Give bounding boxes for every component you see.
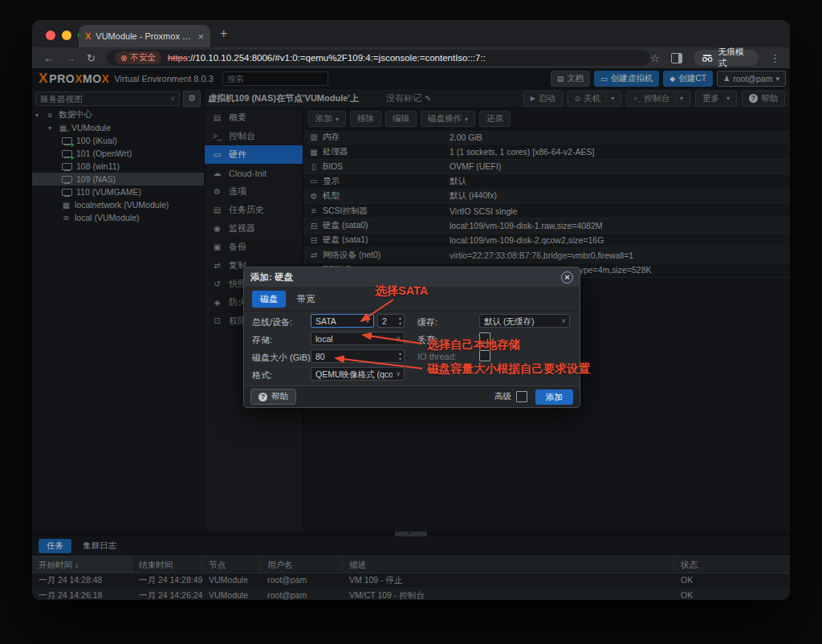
screenshot-stage: X VUModule - Proxmox Virtual × + ← → ↻ ⊗… [0, 0, 822, 644]
vm-stopped-icon [62, 189, 72, 196]
tree-item[interactable]: 100 (iKuai) [32, 134, 204, 147]
proxmox-logo-icon: X [39, 71, 47, 87]
cache-select[interactable]: 默认 (无缓存)∨ [479, 314, 570, 328]
chevron-down-icon: ▾ [775, 75, 779, 83]
browser-window: X VUModule - Proxmox Virtual × + ← → ↻ ⊗… [32, 20, 790, 600]
vm-menu-item[interactable]: ▣ 备份 [205, 238, 303, 256]
hardware-row[interactable]: ⊟ 硬盘 (sata0) local:109/vm-109-disk-1.raw… [303, 218, 790, 233]
edit-tags-icon[interactable]: ✎ [425, 94, 431, 103]
forward-icon[interactable]: → [65, 52, 75, 64]
hardware-row[interactable]: ▯ BIOS OVMF (UEFI) [303, 160, 790, 174]
hardware-toolbar-button[interactable]: 移除 [350, 111, 381, 127]
expand-arrow-icon[interactable]: ▾ [35, 112, 42, 119]
no-tags-label: 没有标记 [386, 92, 421, 104]
column-description[interactable]: 描述 [343, 556, 674, 573]
dialog-help-button[interactable]: ?帮助 [250, 389, 296, 405]
tree-item[interactable]: 108 (win11) [32, 160, 204, 173]
vm-menu-item[interactable]: ▤ 任务历史 [205, 201, 303, 219]
hardware-toolbar-button[interactable]: 编辑 [385, 111, 417, 127]
hardware-toolbar-button[interactable]: 还原 [479, 111, 511, 127]
hardware-row[interactable]: ▥ 内存 2.00 GiB [303, 130, 790, 145]
user-menu-button[interactable]: ♟root@pam▾ [717, 71, 786, 87]
vm-menu-item[interactable]: ▭ 硬件 [205, 145, 303, 164]
hardware-value: 2.00 GiB [450, 132, 482, 142]
browser-menu-icon[interactable]: ⋮ [770, 52, 780, 64]
hardware-row[interactable]: ▦ 处理器 1 (1 sockets, 1 cores) [x86-64-v2-… [303, 145, 790, 159]
expand-arrow-icon[interactable]: ▾ [48, 124, 55, 132]
macos-close-button[interactable] [46, 31, 55, 40]
hardware-label: 显示 [323, 176, 340, 187]
hardware-toolbar-button[interactable]: 添加 ▾ [308, 111, 346, 127]
reload-icon[interactable]: ↻ [87, 52, 96, 64]
column-status[interactable]: 状态 [674, 556, 790, 573]
disk-size-stepper[interactable]: 80▴▾ [311, 349, 405, 363]
vm-menu-item[interactable]: ▤ 概要 [205, 108, 303, 127]
back-icon[interactable]: ← [43, 52, 54, 64]
side-panel-icon[interactable] [671, 53, 683, 63]
start-button[interactable]: ▶启动 [523, 91, 563, 107]
task-row[interactable]: 一月 24 14:26:18一月 24 14:26:24VUModuleroot… [32, 589, 790, 600]
dialog-add-button[interactable]: 添加 [535, 389, 573, 405]
hardware-row[interactable]: ≡ SCSI控制器 VirtIO SCSI single [303, 204, 790, 218]
bus-select[interactable]: SATA∨ [311, 314, 374, 328]
documentation-button[interactable]: ▤文档 [551, 71, 591, 87]
browser-tab[interactable]: X VUModule - Proxmox Virtual × [79, 25, 210, 47]
tree-settings-button[interactable]: ⚙ [183, 91, 201, 107]
browser-toolbar: ← → ↻ ⊗ 不安全 https://10.10.10.254:8006/#v… [32, 47, 790, 68]
task-cell: VM/CT 109 - 控制台 [343, 589, 674, 600]
column-start-time[interactable]: 开始时间 ↓ [32, 556, 132, 573]
vm-menu-item[interactable]: ☁ Cloud-Init [205, 164, 303, 182]
shutdown-button[interactable]: ⊙关机▾ [568, 91, 622, 107]
address-bar[interactable]: ⊗ 不安全 https://10.10.10.254:8006/#v1:0:=q… [107, 50, 650, 66]
hardware-row[interactable]: ▭ 显示 默认 [303, 174, 790, 189]
dialog-close-icon[interactable]: × [561, 271, 573, 283]
tree-item[interactable]: 110 (VUMGAME) [32, 185, 204, 198]
column-end-time[interactable]: 结束时间 [132, 556, 202, 573]
advanced-checkbox[interactable] [516, 391, 527, 402]
more-button[interactable]: 更多▾ [695, 91, 737, 107]
tree-item[interactable]: ▦ localnetwork (VUModule) [32, 198, 204, 211]
bus-number-stepper[interactable]: 2▴▾ [377, 314, 405, 328]
hardware-toolbar-button[interactable]: 磁盘操作 ▾ [421, 111, 475, 127]
security-badge[interactable]: ⊗ 不安全 [115, 51, 161, 64]
tab-tasks[interactable]: 任务 [39, 539, 71, 553]
tab-cluster-log[interactable]: 集群日志 [75, 539, 124, 553]
macos-minimize-button[interactable] [62, 31, 71, 40]
tree-item[interactable]: ▾ ≡ 数据中心 [32, 108, 204, 121]
create-vm-button[interactable]: ▭创建虚拟机 [594, 71, 659, 87]
column-user[interactable]: 用户名 [261, 556, 343, 573]
tab-close-icon[interactable]: × [197, 31, 204, 43]
task-table-header: 开始时间 ↓ 结束时间 节点 用户名 描述 状态 [32, 556, 790, 573]
new-tab-button[interactable]: + [220, 26, 227, 41]
lock-icon: ⊡ [212, 316, 222, 325]
format-select[interactable]: QEMU映像格式 (qcow2∨ [311, 367, 405, 381]
help-button[interactable]: ?帮助 [742, 91, 785, 107]
hardware-row[interactable]: ⇄ 网络设备 (net0) virtio=22:27:33:08:B7:76,b… [303, 248, 790, 263]
task-row[interactable]: 一月 24 14:28:48一月 24 14:28:49VUModuleroot… [32, 573, 790, 589]
hardware-label: SCSI控制器 [323, 206, 368, 217]
url-text: https://10.10.10.254:8006/#v1:0:=qemu%2F… [168, 53, 486, 63]
global-search-input[interactable]: 搜索 [222, 71, 328, 86]
tree-item[interactable]: 109 (NAS) [32, 173, 204, 185]
tree-item[interactable]: ▾ ▦ VUModule [32, 121, 204, 134]
spinner-icons[interactable]: ▴▾ [399, 316, 401, 326]
vm-menu-item[interactable]: ◉ 监视器 [205, 219, 303, 238]
bookmark-star-icon[interactable]: ☆ [650, 52, 660, 64]
column-node[interactable]: 节点 [202, 556, 261, 573]
vm-menu-item[interactable]: ⚙ 选项 [205, 182, 303, 201]
create-ct-button[interactable]: ◆创建CT [663, 71, 713, 87]
tree-item[interactable]: ≋ local (VUModule) [32, 211, 204, 224]
hardware-row[interactable]: ⊟ 硬盘 (sata1) local:109/vm-109-disk-2.qco… [303, 234, 790, 248]
console-button[interactable]: >_控制台▾ [626, 91, 690, 107]
shield-icon: ◈ [212, 298, 222, 307]
dialog-tab-disk[interactable]: 磁盘 [252, 291, 286, 308]
view-select[interactable]: 服务器视图∨ [35, 92, 180, 106]
dialog-tab-bandwidth[interactable]: 带宽 [297, 293, 315, 305]
tree-item[interactable]: 101 (OpenWrt) [32, 147, 204, 160]
storage-select[interactable]: local∨ [311, 332, 405, 345]
vm-menu-item[interactable]: >_ 控制台 [205, 127, 303, 145]
hardware-row[interactable]: ⚙ 机型 默认 (i440fx) [303, 190, 790, 204]
spinner-icons[interactable]: ▴▾ [399, 351, 401, 361]
vm-stopped-icon [62, 163, 72, 170]
tree-item-label: 109 (NAS) [76, 174, 116, 184]
